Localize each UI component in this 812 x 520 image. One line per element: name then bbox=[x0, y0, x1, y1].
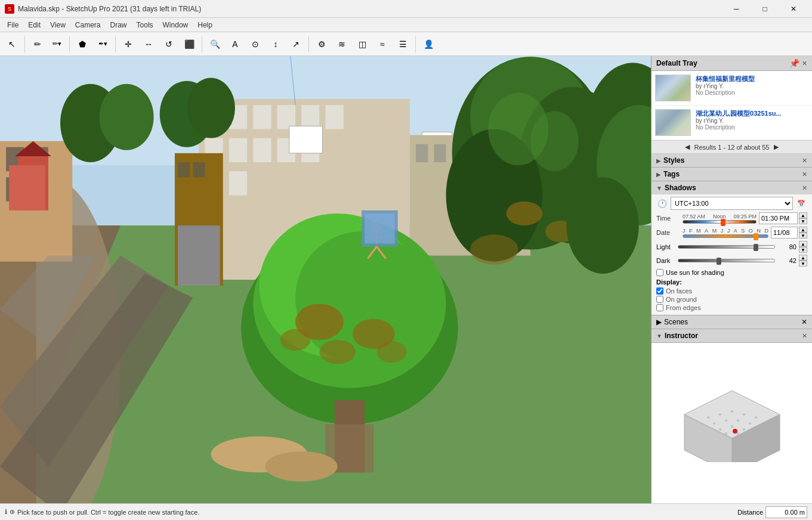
section-tool[interactable]: ↕ bbox=[266, 35, 285, 54]
close-button[interactable]: ✕ bbox=[780, 0, 807, 18]
line-tool[interactable]: ✒▾ bbox=[93, 35, 112, 54]
tags-close[interactable]: ✕ bbox=[802, 171, 807, 178]
shadows-close[interactable]: ✕ bbox=[802, 184, 807, 192]
tag-tool[interactable]: ≈ bbox=[373, 35, 392, 54]
prev-page-button[interactable]: ◀ bbox=[685, 143, 690, 151]
warehouse-item-2[interactable]: 湖北某幼儿,园模型03251su... by rYing Y. No Descr… bbox=[652, 106, 812, 140]
time-spin-group: ▲ ▼ bbox=[799, 212, 807, 224]
light-up-button[interactable]: ▲ bbox=[799, 241, 807, 247]
dark-slider-thumb[interactable] bbox=[717, 258, 721, 265]
tags-title: Tags bbox=[663, 170, 680, 178]
menu-draw[interactable]: Draw bbox=[106, 20, 132, 30]
orbit-tool[interactable]: 🔍 bbox=[205, 35, 224, 54]
distance-input[interactable] bbox=[765, 506, 807, 518]
time-value-input[interactable]: 01:30 PM bbox=[759, 212, 798, 224]
tray-title: Default Tray bbox=[656, 59, 697, 67]
svg-rect-36 bbox=[416, 144, 428, 162]
on-ground-checkbox[interactable] bbox=[656, 296, 663, 303]
style-tool[interactable]: ◫ bbox=[353, 35, 372, 54]
time-down-button[interactable]: ▼ bbox=[799, 218, 807, 224]
date-slider-track[interactable] bbox=[683, 234, 768, 238]
light-down-button[interactable]: ▼ bbox=[799, 247, 807, 253]
date-value-input[interactable]: 11/08 bbox=[771, 227, 798, 239]
scenes-close[interactable]: ✕ bbox=[801, 318, 807, 326]
menu-tools[interactable]: Tools bbox=[132, 20, 158, 30]
scale-tool[interactable]: ↺ bbox=[159, 35, 178, 54]
shape-tool[interactable]: ⬟ bbox=[73, 35, 92, 54]
tags-section: ▶ Tags ✕ bbox=[652, 168, 812, 181]
time-up-button[interactable]: ▲ bbox=[799, 212, 807, 218]
warehouse-name-2[interactable]: 湖北某幼儿,园模型03251su... bbox=[696, 109, 808, 117]
svg-point-82 bbox=[719, 413, 721, 416]
styles-close[interactable]: ✕ bbox=[802, 157, 807, 165]
select-tool[interactable]: ↖ bbox=[2, 35, 21, 54]
dark-up-button[interactable]: ▲ bbox=[799, 255, 807, 261]
right-panel: Default Tray 📌 ✕ 杯集恒福新里程模型 by rYing Y. N… bbox=[651, 56, 812, 503]
from-edges-checkbox[interactable] bbox=[656, 304, 663, 311]
instructor-header-left: ▼ Instructor bbox=[656, 332, 698, 340]
svg-rect-33 bbox=[193, 162, 205, 177]
svg-point-87 bbox=[725, 419, 727, 422]
paint-tool[interactable]: ✏▾ bbox=[47, 35, 66, 54]
shadows-title: Shadows bbox=[665, 184, 696, 192]
viewport[interactable] bbox=[0, 56, 651, 503]
move-tool[interactable]: ✛ bbox=[119, 35, 138, 54]
page-info: Results 1 - 12 of about 55 bbox=[694, 144, 770, 151]
settings-tool[interactable]: ⚙ bbox=[312, 35, 331, 54]
scenes-section[interactable]: ▶ Scenes ✕ bbox=[652, 315, 812, 329]
tags-header-left: ▶ Tags bbox=[656, 170, 680, 178]
warehouse-results[interactable]: 杯集恒福新里程模型 by rYing Y. No Description 湖北某… bbox=[652, 71, 812, 141]
tags-header[interactable]: ▶ Tags ✕ bbox=[652, 168, 812, 181]
pushpull-tool[interactable]: ⬛ bbox=[180, 35, 199, 54]
date-slider-thumb[interactable] bbox=[754, 233, 758, 240]
warehouse-by-2: by rYing Y. bbox=[696, 117, 808, 124]
date-down-button[interactable]: ▼ bbox=[799, 233, 807, 239]
use-sun-checkbox[interactable] bbox=[656, 269, 663, 276]
next-page-button[interactable]: ▶ bbox=[774, 143, 779, 151]
timezone-select[interactable]: UTC-12:00UTC-11:00UTC-10:00UTC-09:00UTC-… bbox=[671, 197, 793, 210]
instructor-close[interactable]: ✕ bbox=[802, 332, 807, 340]
eraser-tool[interactable]: ✏ bbox=[28, 35, 47, 54]
menu-tool[interactable]: ☰ bbox=[393, 35, 412, 54]
menu-edit[interactable]: Edit bbox=[23, 20, 45, 30]
on-faces-row: On faces bbox=[656, 287, 807, 295]
layer-tool[interactable]: ≋ bbox=[332, 35, 351, 54]
rotate-tool[interactable]: ↔ bbox=[139, 35, 158, 54]
menu-file[interactable]: File bbox=[2, 20, 23, 30]
shadows-header[interactable]: ▼ Shadows ✕ bbox=[652, 181, 812, 194]
dark-down-button[interactable]: ▼ bbox=[799, 261, 807, 267]
maximize-button[interactable]: □ bbox=[751, 0, 779, 18]
walk-tool[interactable]: ↗ bbox=[286, 35, 305, 54]
dark-label: Dark bbox=[656, 257, 675, 264]
warehouse-item-1[interactable]: 杯集恒福新里程模型 by rYing Y. No Description bbox=[652, 71, 812, 106]
warehouse-name-1[interactable]: 杯集恒福新里程模型 bbox=[696, 75, 808, 83]
styles-header[interactable]: ▶ Styles ✕ bbox=[652, 154, 812, 167]
menu-window[interactable]: Window bbox=[158, 20, 193, 30]
time-slider-track[interactable] bbox=[683, 220, 757, 224]
time-slider-thumb[interactable] bbox=[721, 219, 725, 226]
svg-point-43 bbox=[530, 111, 579, 171]
on-faces-checkbox[interactable] bbox=[656, 287, 663, 295]
menu-view[interactable]: View bbox=[45, 20, 70, 30]
warehouse-thumb-1 bbox=[655, 75, 691, 101]
titlebar-controls[interactable]: ─ □ ✕ bbox=[723, 0, 807, 18]
warehouse-info-1: 杯集恒福新里程模型 by rYing Y. No Description bbox=[696, 75, 808, 96]
minimize-button[interactable]: ─ bbox=[723, 0, 750, 18]
light-slider[interactable] bbox=[678, 245, 775, 249]
instructor-header[interactable]: ▼ Instructor ✕ bbox=[652, 329, 812, 342]
tray-pin-button[interactable]: 📌 bbox=[789, 58, 799, 68]
tags-arrow: ▶ bbox=[656, 171, 661, 178]
instructor-arrow: ▼ bbox=[656, 333, 662, 339]
light-slider-thumb[interactable] bbox=[754, 244, 758, 251]
menu-help[interactable]: Help bbox=[193, 20, 217, 30]
dark-slider[interactable] bbox=[678, 259, 775, 262]
date-row: Date JFMAMJ JASOND 11/08 bbox=[656, 227, 807, 239]
tray-close-button[interactable]: ✕ bbox=[802, 58, 807, 68]
user-tool[interactable]: 👤 bbox=[419, 35, 438, 54]
svg-point-92 bbox=[743, 428, 745, 431]
date-up-button[interactable]: ▲ bbox=[799, 227, 807, 233]
text-tool[interactable]: A bbox=[226, 35, 245, 54]
menu-camera[interactable]: Camera bbox=[70, 20, 106, 30]
measure-tool[interactable]: ⊙ bbox=[246, 35, 265, 54]
svg-rect-34 bbox=[178, 225, 220, 286]
